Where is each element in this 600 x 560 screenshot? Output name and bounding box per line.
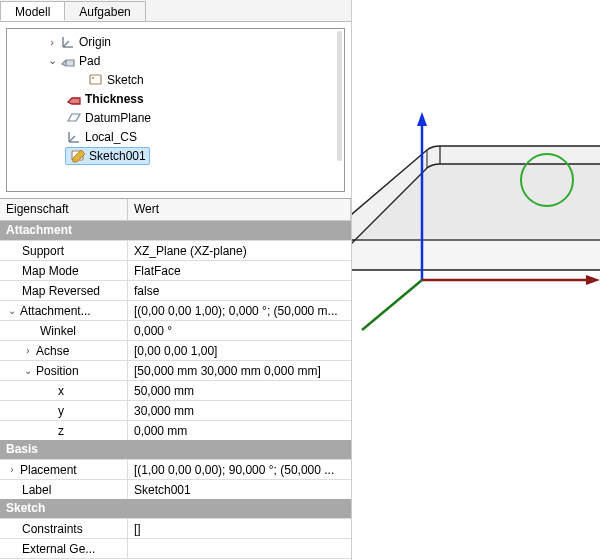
- pad-icon: [59, 53, 77, 69]
- prop-value[interactable]: []: [128, 519, 351, 538]
- prop-key: y: [58, 404, 64, 418]
- prop-value[interactable]: [(1,00 0,00 0,00); 90,000 °; (50,000 ...: [128, 460, 351, 479]
- side-panel: Modell Aufgaben › Origin ⌄ Pad Sketch: [0, 0, 352, 560]
- chevron-down-icon[interactable]: ⌄: [45, 54, 59, 67]
- prop-key: z: [58, 424, 64, 438]
- prop-constraints[interactable]: Constraints []: [0, 518, 351, 538]
- datumplane-icon: [65, 110, 83, 126]
- prop-value[interactable]: FlatFace: [128, 261, 351, 280]
- tree-item-pad[interactable]: ⌄ Pad: [9, 51, 342, 70]
- prop-key: Placement: [20, 463, 77, 477]
- chevron-right-icon[interactable]: ›: [45, 36, 59, 48]
- model-tree: › Origin ⌄ Pad Sketch Thickness: [6, 28, 345, 192]
- prop-map-reversed[interactable]: Map Reversed false: [0, 280, 351, 300]
- section-sketch: Sketch: [0, 499, 351, 518]
- prop-key: x: [58, 384, 64, 398]
- origin-icon: [59, 34, 77, 50]
- tree-item-label: Pad: [79, 54, 100, 68]
- tab-bar: Modell Aufgaben: [0, 0, 351, 22]
- prop-key: Position: [36, 364, 79, 378]
- sketch-icon: [87, 72, 105, 88]
- prop-value[interactable]: [0,00 0,00 1,00]: [128, 341, 351, 360]
- thickness-icon: [65, 91, 83, 107]
- prop-value[interactable]: Sketch001: [128, 480, 351, 499]
- prop-key: Map Mode: [22, 264, 79, 278]
- prop-value[interactable]: [(0,00 0,00 1,00); 0,000 °; (50,000 m...: [128, 301, 351, 320]
- tree-item-label: Local_CS: [85, 130, 137, 144]
- prop-value[interactable]: 0,000 mm: [128, 421, 351, 440]
- 3d-viewport[interactable]: [352, 0, 600, 560]
- svg-marker-4: [417, 112, 427, 126]
- prop-key: Achse: [36, 344, 69, 358]
- svg-rect-0: [90, 75, 101, 84]
- 3d-model-icon: [352, 60, 600, 400]
- svg-marker-6: [586, 275, 600, 285]
- section-basis: Basis: [0, 440, 351, 459]
- tree-item-sketch001[interactable]: Sketch001: [9, 146, 342, 165]
- scrollbar[interactable]: [337, 31, 342, 161]
- chevron-right-icon[interactable]: ›: [22, 345, 34, 356]
- tab-tasks[interactable]: Aufgaben: [64, 1, 145, 21]
- prop-key: Map Reversed: [22, 284, 100, 298]
- prop-key: External Ge...: [22, 542, 95, 556]
- prop-map-mode[interactable]: Map Mode FlatFace: [0, 260, 351, 280]
- header-property: Eigenschaft: [0, 199, 128, 221]
- header-value: Wert: [128, 199, 351, 221]
- prop-value[interactable]: 30,000 mm: [128, 401, 351, 420]
- tab-tasks-label: Aufgaben: [79, 5, 130, 19]
- tab-model-label: Modell: [15, 5, 50, 19]
- prop-value[interactable]: [50,000 mm 30,000 mm 0,000 mm]: [128, 361, 351, 380]
- tree-item-label: Sketch001: [89, 149, 146, 163]
- tree-item-label: Origin: [79, 35, 111, 49]
- prop-key: Attachment...: [20, 304, 91, 318]
- prop-position[interactable]: ⌄Position [50,000 mm 30,000 mm 0,000 mm]: [0, 360, 351, 380]
- tree-item-origin[interactable]: › Origin: [9, 32, 342, 51]
- tree-item-thickness[interactable]: Thickness: [9, 89, 342, 108]
- prop-achse[interactable]: ›Achse [0,00 0,00 1,00]: [0, 340, 351, 360]
- chevron-down-icon[interactable]: ⌄: [6, 305, 18, 316]
- prop-key: Label: [22, 483, 51, 497]
- svg-point-1: [92, 77, 94, 79]
- tab-model[interactable]: Modell: [0, 1, 65, 21]
- prop-value[interactable]: 50,000 mm: [128, 381, 351, 400]
- tree-item-label: Thickness: [85, 92, 144, 106]
- prop-key: Winkel: [40, 324, 76, 338]
- prop-winkel[interactable]: Winkel 0,000 °: [0, 320, 351, 340]
- tree-item-label: Sketch: [107, 73, 144, 87]
- prop-x[interactable]: x 50,000 mm: [0, 380, 351, 400]
- localcs-icon: [65, 129, 83, 145]
- svg-line-7: [362, 280, 422, 330]
- prop-y[interactable]: y 30,000 mm: [0, 400, 351, 420]
- sketch-icon: [69, 148, 87, 164]
- prop-value[interactable]: 0,000 °: [128, 321, 351, 340]
- property-header: Eigenschaft Wert: [0, 199, 351, 221]
- prop-label[interactable]: Label Sketch001: [0, 479, 351, 499]
- prop-external-geometry[interactable]: External Ge...: [0, 538, 351, 558]
- prop-value[interactable]: XZ_Plane (XZ-plane): [128, 241, 351, 260]
- tree-item-localcs[interactable]: Local_CS: [9, 127, 342, 146]
- tree-item-datumplane[interactable]: DatumPlane: [9, 108, 342, 127]
- property-panel: Eigenschaft Wert Attachment Support XZ_P…: [0, 198, 351, 559]
- chevron-right-icon[interactable]: ›: [6, 464, 18, 475]
- section-attachment: Attachment: [0, 221, 351, 240]
- tree-item-label: DatumPlane: [85, 111, 151, 125]
- prop-value[interactable]: false: [128, 281, 351, 300]
- prop-support[interactable]: Support XZ_Plane (XZ-plane): [0, 240, 351, 260]
- tree-item-sketch[interactable]: Sketch: [9, 70, 342, 89]
- prop-attachment-offset[interactable]: ⌄Attachment... [(0,00 0,00 1,00); 0,000 …: [0, 300, 351, 320]
- prop-key: Support: [22, 244, 64, 258]
- prop-key: Constraints: [22, 522, 83, 536]
- chevron-down-icon[interactable]: ⌄: [22, 365, 34, 376]
- prop-value[interactable]: [128, 539, 351, 558]
- prop-placement[interactable]: ›Placement [(1,00 0,00 0,00); 90,000 °; …: [0, 459, 351, 479]
- prop-z[interactable]: z 0,000 mm: [0, 420, 351, 440]
